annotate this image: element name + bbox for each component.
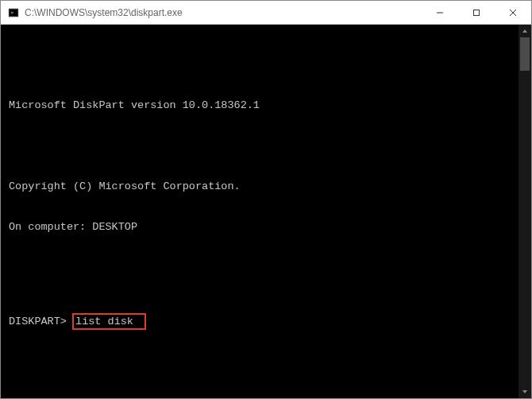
console-content[interactable]: Microsoft DiskPart version 10.0.18362.1 … <box>1 25 519 398</box>
scroll-thumb[interactable] <box>520 37 530 71</box>
computer-text: On computer: DESKTOP <box>9 220 511 234</box>
window-controls <box>422 1 531 24</box>
highlight-list-disk: list disk <box>72 313 146 330</box>
close-button[interactable] <box>495 1 531 24</box>
svg-marker-7 <box>522 29 527 33</box>
prompt-line-list: DISKPART> list disk <box>9 315 511 331</box>
console-area: Microsoft DiskPart version 10.0.18362.1 … <box>1 25 531 398</box>
svg-rect-4 <box>474 10 480 15</box>
minimize-button[interactable] <box>422 1 458 24</box>
svg-marker-8 <box>522 390 527 393</box>
vertical-scrollbar[interactable] <box>519 25 531 398</box>
cmd-list-disk: list disk <box>75 316 133 327</box>
maximize-button[interactable] <box>458 1 495 24</box>
diskpart-window: > C:\WINDOWS\system32\diskpart.exe Micro… <box>0 0 532 399</box>
app-icon: > <box>7 6 20 19</box>
prompt-label: DISKPART> <box>9 315 67 328</box>
scroll-down-arrow-icon[interactable] <box>519 385 531 398</box>
copyright-text: Copyright (C) Microsoft Corporation. <box>9 180 511 193</box>
scroll-up-arrow-icon[interactable] <box>519 25 531 37</box>
version-text: Microsoft DiskPart version 10.0.18362.1 <box>9 99 511 112</box>
svg-text:>: > <box>11 9 14 14</box>
titlebar: > C:\WINDOWS\system32\diskpart.exe <box>1 1 531 25</box>
window-title: C:\WINDOWS\system32\diskpart.exe <box>25 7 422 18</box>
